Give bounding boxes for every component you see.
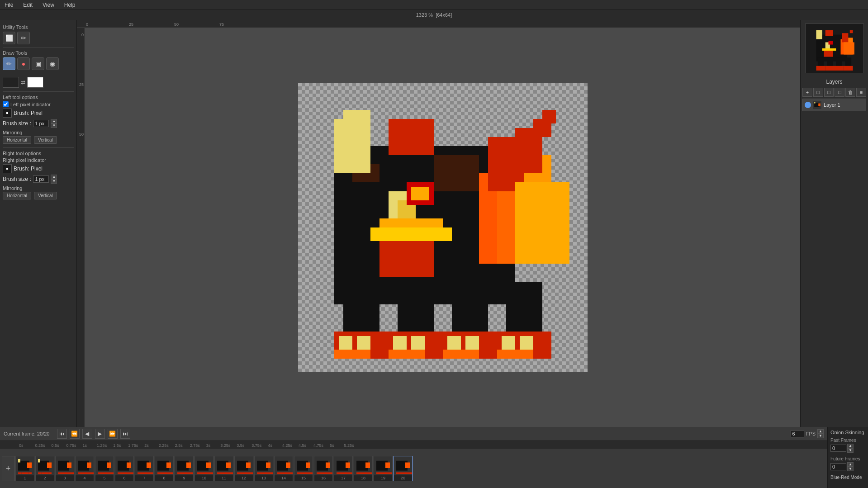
ruler-475s: 4.75s <box>313 443 323 448</box>
past-frames-up[interactable]: ▲ <box>847 444 854 448</box>
svg-rect-106 <box>197 472 213 474</box>
frame-thumb-18[interactable]: 18 <box>354 456 373 481</box>
svg-rect-109 <box>217 472 233 474</box>
ruler-075s: 0.75s <box>66 443 76 448</box>
frame-thumb-20[interactable]: 20 <box>394 456 413 481</box>
future-frames-input-row: ▲ ▼ <box>830 462 865 471</box>
skip-start-btn[interactable]: ⏮ <box>57 429 67 439</box>
svg-rect-94 <box>118 472 133 474</box>
frame-thumb-17[interactable]: 17 <box>334 456 353 481</box>
svg-rect-68 <box>818 104 821 106</box>
frame-thumb-11[interactable]: 11 <box>214 456 233 481</box>
right-mirror-row: Horizontal Vertical <box>3 192 74 199</box>
move-layer-btn[interactable]: □ <box>835 88 844 97</box>
frame-image-12 <box>235 456 253 475</box>
left-mirror-vertical[interactable]: Vertical <box>34 136 57 144</box>
frame-thumb-14[interactable]: 14 <box>274 456 293 481</box>
right-brush-size-up[interactable]: ▲ <box>51 175 57 179</box>
right-mirror-horizontal[interactable]: Horizontal <box>3 192 31 199</box>
left-brush-size-up[interactable]: ▲ <box>51 119 57 123</box>
menu-edit[interactable]: Edit <box>21 1 34 9</box>
menu-view[interactable]: View <box>41 1 56 9</box>
future-frames-up[interactable]: ▲ <box>847 462 854 467</box>
left-mirror-horizontal[interactable]: Horizontal <box>3 136 31 144</box>
step-forward-btn[interactable]: ⏩ <box>108 429 118 439</box>
layer-visibility-icon[interactable] <box>805 102 811 108</box>
layer-item[interactable]: Layer 1 <box>802 99 866 111</box>
frame-thumb-3[interactable]: 3 <box>55 456 74 481</box>
frame-thumb-10[interactable]: 10 <box>194 456 213 481</box>
fill-color-btn[interactable]: ● <box>17 57 30 70</box>
prev-frame-btn[interactable]: ⏪ <box>70 429 80 439</box>
right-mirror-vertical[interactable]: Vertical <box>34 192 57 199</box>
canvas-area[interactable]: 0 25 50 75 0 25 50 <box>77 20 800 427</box>
fps-down-btn[interactable]: ▼ <box>817 434 824 438</box>
merge-layer-btn[interactable]: □ <box>824 88 834 97</box>
sprite-canvas[interactable] <box>298 83 588 372</box>
color-divider <box>3 91 74 92</box>
frame-image-20 <box>394 456 412 475</box>
right-brush-size-input[interactable] <box>33 175 49 183</box>
ruler-top: 0 25 50 75 <box>77 20 800 28</box>
timeline-ruler: 0s 0.25s 0.5s 0.75s 1s 1.25s 1.5s 1.75s … <box>0 441 827 449</box>
frame-thumb-6[interactable]: 6 <box>115 456 134 481</box>
svg-rect-2 <box>434 155 479 191</box>
left-brush-size-input[interactable] <box>33 120 49 127</box>
svg-rect-80 <box>42 472 45 474</box>
past-frames-input-row: ▲ ▼ <box>830 444 865 453</box>
add-layer-btn[interactable]: + <box>802 88 812 97</box>
right-brush-size-down[interactable]: ▼ <box>51 179 57 184</box>
frame-image-16 <box>314 456 332 475</box>
foreground-color-swatch[interactable] <box>27 77 43 88</box>
eyedropper-btn[interactable]: ◉ <box>46 57 59 70</box>
svg-rect-79 <box>38 472 42 474</box>
menu-help[interactable]: Help <box>62 1 77 9</box>
menu-file[interactable]: File <box>3 1 15 9</box>
layer-menu-btn[interactable]: ≡ <box>856 88 866 97</box>
right-brush-size-row: Brush size: ▲ ▼ <box>3 175 74 184</box>
svg-rect-73 <box>22 472 25 474</box>
past-frames-input[interactable] <box>830 445 846 452</box>
ruler-525s: 5.25s <box>344 443 354 448</box>
frame-image-6 <box>115 456 133 475</box>
future-frames-down[interactable]: ▼ <box>847 467 854 471</box>
frame-thumb-16[interactable]: 16 <box>314 456 333 481</box>
frame-thumb-4[interactable]: 4 <box>75 456 94 481</box>
svg-rect-51 <box>842 33 848 42</box>
frame-thumb-12[interactable]: 12 <box>234 456 253 481</box>
left-brush-size-down[interactable]: ▼ <box>51 123 57 128</box>
swap-colors-icon[interactable]: ⇄ <box>21 79 25 85</box>
left-pixel-indicator-checkbox[interactable] <box>3 101 9 107</box>
brush-tool-btn[interactable]: ✏ <box>17 32 30 44</box>
future-frames-input[interactable] <box>830 463 846 470</box>
utility-tools-label: Utility Tools <box>3 24 74 30</box>
step-back-btn[interactable]: ◀ <box>82 429 92 439</box>
pencil-tool-btn[interactable]: ✏ <box>3 57 15 70</box>
frame-number-14: 14 <box>275 475 293 481</box>
past-frames-down[interactable]: ▼ <box>847 448 854 453</box>
play-btn[interactable]: ▶ <box>95 429 105 439</box>
background-color-swatch[interactable] <box>3 77 19 88</box>
skip-end-btn[interactable]: ⏭ <box>120 429 130 439</box>
frame-thumb-8[interactable]: 8 <box>155 456 174 481</box>
fps-up-btn[interactable]: ▲ <box>817 429 824 434</box>
canvas-wrapper[interactable] <box>298 83 588 372</box>
fps-input[interactable] <box>791 430 804 437</box>
frame-thumb-15[interactable]: 15 <box>294 456 313 481</box>
frame-thumb-5[interactable]: 5 <box>95 456 114 481</box>
tools-divider2 <box>3 73 74 73</box>
frame-number-13: 13 <box>255 475 273 481</box>
frame-thumb-2[interactable]: 2 <box>35 456 54 481</box>
frame-thumb-9[interactable]: 9 <box>175 456 194 481</box>
frame-thumb-19[interactable]: 19 <box>374 456 393 481</box>
copy-layer-btn[interactable]: □ <box>813 88 823 97</box>
frame-thumb-13[interactable]: 13 <box>254 456 273 481</box>
add-frame-btn[interactable]: + <box>2 456 14 481</box>
canvas-dimensions: [64x64] <box>436 12 452 18</box>
frame-thumb-7[interactable]: 7 <box>135 456 154 481</box>
fill-tool-btn[interactable]: ▣ <box>32 57 44 70</box>
select-tool-btn[interactable]: ⬜ <box>3 32 15 44</box>
right-brush-preview <box>3 164 12 173</box>
frame-thumb-1[interactable]: 1 <box>15 456 34 481</box>
delete-layer-btn[interactable]: 🗑 <box>845 88 855 97</box>
